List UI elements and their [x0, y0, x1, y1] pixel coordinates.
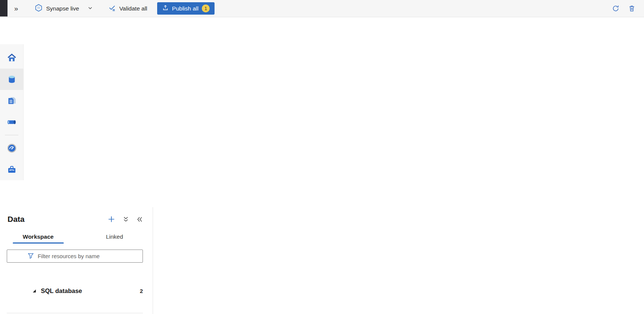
mode-switcher[interactable]: Synapse live [35, 4, 93, 13]
integrate-icon[interactable] [0, 111, 24, 133]
filter-icon [11, 245, 34, 267]
left-rail [0, 44, 24, 180]
home-icon[interactable] [0, 47, 24, 69]
rail-divider [5, 135, 18, 135]
tree-section-sql-database[interactable]: SQL database 2 [0, 283, 153, 299]
corner-block [0, 0, 8, 16]
validate-icon [108, 4, 116, 13]
top-bar: » Synapse live Validate all Publish all … [0, 0, 644, 17]
chevron-down-icon [88, 5, 93, 12]
develop-icon[interactable] [0, 90, 24, 111]
data-panel: Data Workspace Linked [0, 207, 153, 314]
mode-label: Synapse live [46, 5, 79, 12]
tab-workspace[interactable]: Workspace [0, 230, 77, 244]
synapse-live-icon [35, 4, 43, 13]
validate-all-button[interactable]: Validate all [108, 4, 147, 13]
collapse-all-icon[interactable] [123, 216, 129, 223]
tab-linked[interactable]: Linked [77, 230, 153, 244]
validate-label: Validate all [119, 5, 147, 12]
resource-tree-container: SQL database 2 dbtlabs.revenue.demo.pool… [0, 269, 153, 314]
data-panel-title: Data [8, 215, 25, 224]
manage-icon[interactable] [0, 159, 24, 180]
tree-section-count: 2 [140, 288, 143, 294]
filter-box [7, 250, 143, 263]
discard-all-icon[interactable] [628, 4, 636, 12]
publish-count-badge: 1 [202, 4, 210, 12]
refresh-icon[interactable] [612, 4, 620, 12]
data-panel-tabs: Workspace Linked [0, 230, 153, 244]
publish-all-button[interactable]: Publish all 1 [157, 2, 215, 15]
collapse-panel-icon[interactable] [137, 216, 143, 223]
add-resource-icon[interactable] [108, 215, 115, 223]
tree-section-label: SQL database [41, 287, 82, 295]
data-icon[interactable] [0, 69, 24, 90]
synapse-studio: » Synapse live Validate all Publish all … [0, 0, 644, 314]
tree-divider [7, 313, 143, 313]
expanded-arrow-icon [11, 280, 36, 302]
filter-input[interactable] [38, 253, 139, 259]
publish-all-icon [162, 4, 169, 13]
monitor-icon[interactable] [0, 138, 24, 159]
publish-all-label: Publish all [172, 5, 199, 12]
rail-expand-button[interactable]: » [10, 4, 23, 13]
